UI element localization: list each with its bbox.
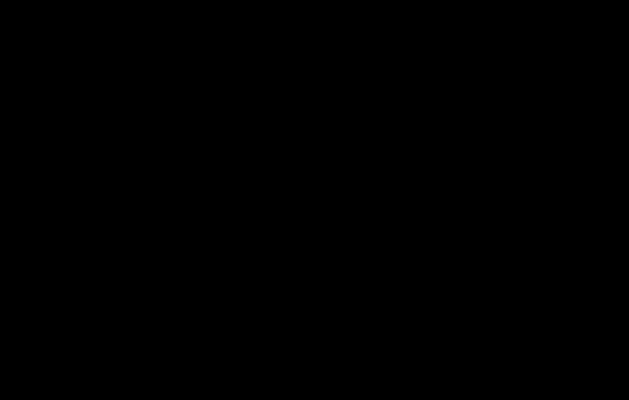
spectrogram-canvas — [0, 96, 300, 246]
hrofft-window — [0, 0, 629, 400]
